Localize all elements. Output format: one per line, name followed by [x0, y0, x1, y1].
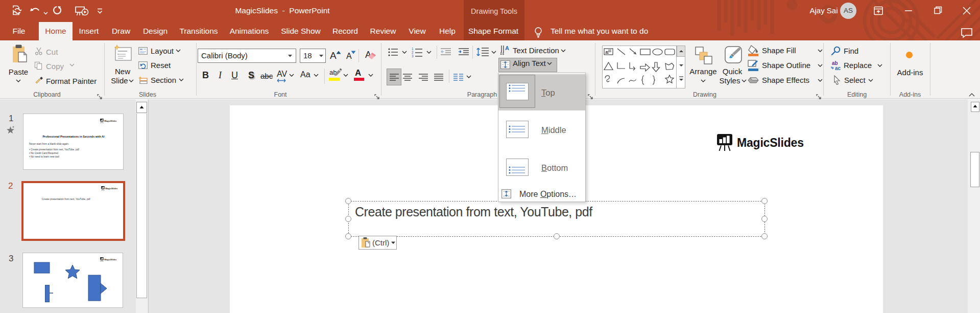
- svg-text:MagicSlides: MagicSlides: [104, 120, 117, 122]
- svg-text:3: 3: [412, 54, 414, 57]
- svg-text:2: 2: [412, 51, 414, 54]
- svg-text:A: A: [605, 50, 608, 55]
- svg-text:ac: ac: [835, 65, 841, 71]
- svg-text:MagicSlides: MagicSlides: [105, 187, 118, 190]
- svg-text:1: 1: [412, 47, 414, 51]
- svg-text:A: A: [505, 45, 509, 51]
